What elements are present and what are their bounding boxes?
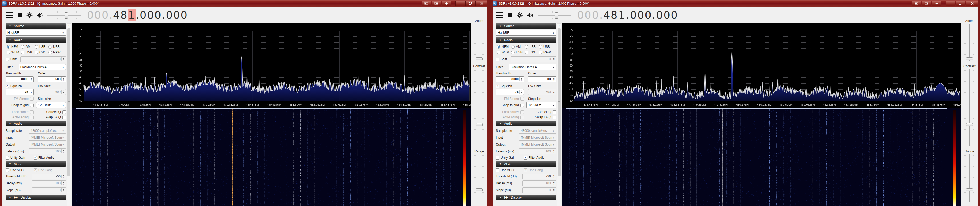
volume-slider[interactable]: [538, 11, 571, 20]
dock-right-button[interactable]: [431, 1, 441, 6]
squelch-checkbox[interactable]: [6, 84, 9, 88]
frequency-cursor-digit[interactable]: 1: [128, 9, 136, 21]
mode-radio-am[interactable]: AM: [511, 45, 525, 49]
agc-slope-input[interactable]: 0 ▲▼: [32, 187, 66, 193]
mode-radio-lsb[interactable]: LSB: [35, 45, 48, 49]
squelch-value-input[interactable]: 75 ▲▼: [6, 89, 33, 95]
window-titlebar[interactable]: SDR# v1.0.0.1328 - IQ Imbalance: Gain = …: [490, 0, 980, 7]
agc-panel-header[interactable]: ▼ AGC: [496, 161, 556, 166]
filter-audio-checkbox[interactable]: [524, 156, 527, 160]
spinner-buttons[interactable]: ▲▼: [552, 181, 556, 185]
zoom-slider[interactable]: [474, 24, 484, 61]
pin-button[interactable]: [442, 1, 451, 6]
spinner-buttons[interactable]: ▲▼: [61, 174, 65, 178]
radio-button[interactable]: [48, 51, 52, 54]
order-input[interactable]: 500 ▲▼: [38, 76, 66, 82]
agc-slope-input[interactable]: 0 ▲▼: [522, 187, 556, 193]
radio-button[interactable]: [35, 45, 38, 49]
spectrum-analyzer[interactable]: [72, 23, 471, 108]
agc-threshold-input[interactable]: -50 ▲▼: [522, 174, 556, 179]
radio-button[interactable]: [539, 45, 542, 49]
audio-panel-header[interactable]: ▼ Audio: [6, 121, 66, 126]
order-input[interactable]: 500 ▲▼: [528, 76, 556, 82]
mode-radio-raw[interactable]: RAW: [48, 51, 63, 54]
use-agc-checkbox[interactable]: [6, 168, 9, 172]
mode-radio-usb[interactable]: USB: [539, 45, 554, 49]
minimize-button[interactable]: [455, 1, 465, 6]
volume-slider[interactable]: [47, 11, 81, 20]
lock-carrier-checkbox[interactable]: [30, 110, 33, 114]
spinner-buttons[interactable]: ▲▼: [552, 188, 556, 192]
audio-mute-button[interactable]: [36, 13, 43, 18]
radio-button[interactable]: [35, 51, 38, 54]
use-hang-checkbox[interactable]: [524, 168, 527, 172]
samplerate-select[interactable]: 48000 sample/sec▼: [29, 128, 66, 134]
scroll-up-arrow-icon[interactable]: ▲: [67, 24, 71, 28]
latency-input[interactable]: 100 ▲▼: [519, 149, 556, 154]
contrast-slider[interactable]: [964, 69, 975, 146]
radio-button[interactable]: [511, 45, 515, 49]
use-hang-checkbox[interactable]: [33, 168, 37, 172]
scroll-up-arrow-icon[interactable]: ▲: [557, 24, 561, 28]
spinner-buttons[interactable]: ▲▼: [61, 149, 65, 153]
volume-slider-thumb[interactable]: [555, 13, 558, 19]
radio-panel-header[interactable]: ▼ Radio: [6, 37, 66, 43]
mode-radio-wfm[interactable]: WFM: [6, 51, 21, 54]
settings-button[interactable]: [27, 12, 32, 18]
mode-radio-am[interactable]: AM: [21, 45, 35, 49]
swap-iq-checkbox[interactable]: [62, 116, 66, 119]
spinner-buttons[interactable]: ▲▼: [29, 90, 33, 94]
audio-input-select[interactable]: [MME] Microsoft Soun▼: [29, 135, 66, 141]
frequency-leading-zeros[interactable]: 000.: [577, 9, 603, 21]
fft-display-panel-header[interactable]: ▼ FFT Display: [6, 195, 66, 200]
spinner-buttons[interactable]: ▲▼: [552, 78, 556, 81]
contrast-slider[interactable]: [474, 69, 484, 146]
anti-fading-checkbox[interactable]: [30, 116, 33, 119]
mode-radio-cw[interactable]: CW: [525, 51, 539, 54]
contrast-slider-thumb[interactable]: [966, 123, 973, 126]
audio-input-select[interactable]: [MME] Microsoft Soun▼: [519, 135, 556, 141]
range-slider[interactable]: [474, 154, 484, 202]
sidebar-scrollbar[interactable]: ▲: [67, 23, 71, 206]
lock-carrier-checkbox[interactable]: [520, 110, 524, 114]
fm-stereo-checkbox[interactable]: [30, 97, 33, 101]
radio-button[interactable]: [6, 45, 10, 49]
window-titlebar[interactable]: SDR# v1.0.0.1328 - IQ Imbalance: Gain = …: [0, 0, 490, 7]
mode-radio-lsb[interactable]: LSB: [525, 45, 539, 49]
spinner-buttons[interactable]: ▲▼: [29, 78, 33, 81]
spinner-buttons[interactable]: ▲▼: [61, 188, 65, 192]
zoom-slider-thumb[interactable]: [476, 57, 483, 60]
snap-to-grid-checkbox[interactable]: [520, 103, 524, 107]
zoom-slider-thumb[interactable]: [966, 57, 973, 60]
spinner-buttons[interactable]: ▲▼: [552, 174, 556, 178]
mode-radio-dsb[interactable]: DSB: [21, 51, 35, 54]
frequency-digits[interactable]: 48: [113, 9, 128, 21]
radio-button[interactable]: [21, 45, 24, 49]
close-button[interactable]: [966, 1, 978, 6]
contrast-slider-thumb[interactable]: [476, 123, 483, 126]
cw-shift-input[interactable]: 600 ▲▼: [38, 89, 66, 95]
mode-radio-usb[interactable]: USB: [48, 45, 63, 49]
dock-left-button[interactable]: [912, 1, 921, 6]
menu-button[interactable]: [496, 11, 503, 19]
radio-button[interactable]: [497, 51, 500, 54]
audio-output-select[interactable]: [MME] Microsoft Soun▼: [29, 141, 66, 147]
anti-fading-checkbox[interactable]: [520, 116, 524, 119]
waterfall-display[interactable]: [72, 108, 471, 206]
spinner-buttons[interactable]: ▲▼: [519, 90, 523, 94]
fft-display-panel-header[interactable]: ▼ FFT Display: [496, 195, 556, 200]
dock-right-button[interactable]: [922, 1, 931, 6]
radio-panel-header[interactable]: ▼ Radio: [496, 37, 556, 43]
radio-button[interactable]: [48, 45, 52, 49]
mode-radio-wfm[interactable]: WFM: [497, 51, 511, 54]
snap-to-grid-checkbox[interactable]: [30, 103, 33, 107]
mode-radio-nfm[interactable]: NFM: [497, 45, 511, 49]
waterfall-display[interactable]: [562, 108, 961, 206]
shift-value-input[interactable]: 0 ▲▼: [511, 56, 556, 62]
squelch-value-input[interactable]: 75 ▲▼: [496, 89, 524, 95]
radio-button[interactable]: [6, 51, 10, 54]
spinner-buttons[interactable]: ▲▼: [61, 181, 65, 185]
bandwidth-input[interactable]: 8000 ▲▼: [6, 76, 33, 82]
sidebar-scrollbar[interactable]: ▲: [557, 23, 561, 206]
agc-threshold-input[interactable]: -50 ▲▼: [32, 174, 66, 179]
